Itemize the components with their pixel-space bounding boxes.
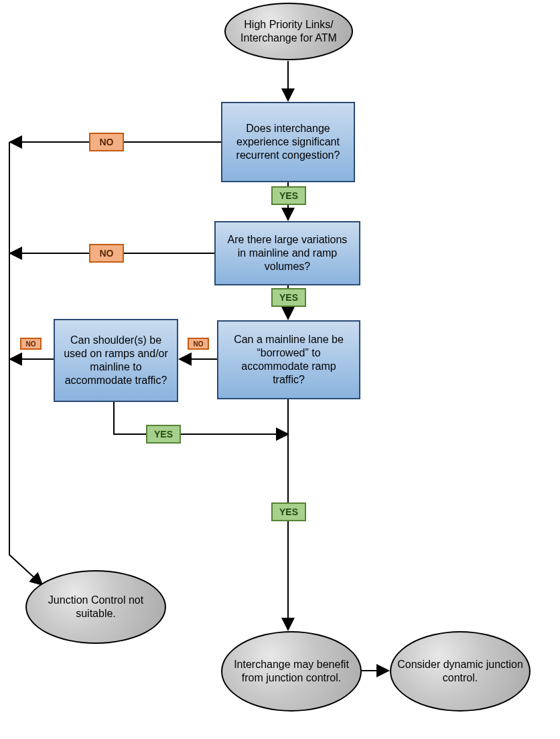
q4-no-label: NO [20,338,42,350]
q4-yes-label: YES [146,425,181,444]
end-benefit: Interchange may benefit from junction co… [221,631,362,712]
flowchart: High Priority Links/ Interchange for ATM… [0,0,560,739]
q3-yes-label: YES [271,502,306,521]
start-node: High Priority Links/ Interchange for ATM [224,3,353,60]
q2-no-label: NO [89,244,124,263]
q3-no-label: NO [188,338,209,350]
q2-yes-label: YES [271,288,306,307]
decision-q2: Are there large variations in mainline a… [214,221,360,285]
q1-text: Does interchange experience significant … [229,122,347,162]
q4-text: Can shoulder(s) be used on ramps and/or … [62,334,170,387]
decision-q1: Does interchange experience significant … [221,102,355,182]
q1-no-label: NO [89,133,124,151]
end-next-text: Consider dynamic junction control. [397,658,524,685]
decision-q4: Can shoulder(s) be used on ramps and/or … [54,319,178,402]
start-text: High Priority Links/ Interchange for ATM [231,18,346,45]
end-no-text: Junction Control not suitable. [32,594,159,620]
q3-text: Can a mainline lane be “borrowed” to acc… [225,333,352,387]
q2-text: Are there large variations in mainline a… [222,233,352,273]
end-consider-dynamic: Consider dynamic junction control. [390,631,531,712]
end-not-suitable: Junction Control not suitable. [25,570,166,644]
end-yes-text: Interchange may benefit from junction co… [228,658,355,685]
decision-q3: Can a mainline lane be “borrowed” to acc… [217,320,360,399]
q1-yes-label: YES [271,186,306,205]
